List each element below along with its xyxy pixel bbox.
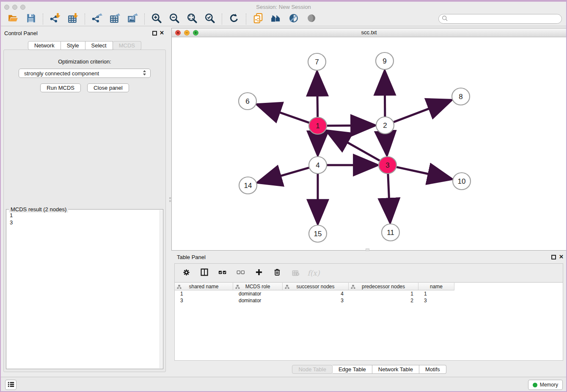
export-table-button[interactable] bbox=[107, 13, 122, 25]
cell-shared-name[interactable]: 3 bbox=[175, 297, 233, 304]
graph-node-1[interactable]: 1 bbox=[309, 117, 327, 134]
svg-text:4: 4 bbox=[316, 161, 319, 169]
graph-node-4[interactable]: 4 bbox=[309, 157, 327, 174]
export-network-icon bbox=[91, 13, 102, 25]
cell-MCDS-role[interactable]: dominator bbox=[233, 297, 283, 304]
mcds-result-group: MCDS result (2 nodes) 1 3 bbox=[6, 209, 163, 369]
column-label: successor nodes bbox=[296, 284, 334, 290]
zoom-fit-button[interactable] bbox=[185, 13, 199, 25]
edge-3-1[interactable] bbox=[327, 131, 381, 161]
zoom-out-button[interactable] bbox=[167, 13, 182, 25]
close-panel-button[interactable]: Close panel bbox=[87, 83, 129, 92]
zoom-selected-button[interactable] bbox=[203, 13, 217, 25]
tab-motifs[interactable]: Motifs bbox=[419, 365, 446, 374]
deselect-all-icon bbox=[237, 268, 245, 278]
graph-node-3[interactable]: 3 bbox=[379, 157, 396, 174]
graph-node-11[interactable]: 11 bbox=[382, 224, 399, 241]
float-table-panel-icon[interactable] bbox=[551, 255, 556, 259]
column-header-predecessor-nodes[interactable]: predecessor nodes bbox=[349, 283, 418, 290]
task-history-button[interactable] bbox=[5, 380, 17, 390]
column-header-name[interactable]: name bbox=[418, 283, 454, 290]
column-header-successor-nodes[interactable]: successor nodes bbox=[283, 283, 349, 290]
export-image-button[interactable] bbox=[125, 13, 140, 25]
network-window-titlebar[interactable]: ✕ − + scc.txt bbox=[172, 28, 566, 37]
open-session-button[interactable] bbox=[6, 13, 20, 25]
graph-node-7[interactable]: 7 bbox=[308, 53, 326, 70]
deselect-all-button[interactable] bbox=[235, 267, 246, 279]
svg-text:8: 8 bbox=[459, 93, 462, 101]
edge-4-14[interactable] bbox=[258, 167, 311, 182]
column-header-shared-name[interactable]: shared name bbox=[175, 283, 233, 290]
graph-node-6[interactable]: 6 bbox=[239, 93, 256, 110]
table-row[interactable]: 1dominator411 bbox=[175, 290, 563, 297]
status-bar: Memory bbox=[0, 377, 567, 392]
close-panel-icon[interactable]: ✕ bbox=[160, 30, 164, 36]
network-canvas[interactable]: 7968124314101511 bbox=[172, 37, 566, 250]
tab-select[interactable]: Select bbox=[85, 41, 113, 50]
hide-selected-button[interactable] bbox=[286, 13, 301, 25]
cell-predecessor-nodes[interactable]: 2 bbox=[349, 297, 418, 304]
graph-node-2[interactable]: 2 bbox=[376, 117, 394, 134]
network-graph[interactable]: 7968124314101511 bbox=[172, 37, 566, 250]
tab-mcds[interactable]: MCDS bbox=[113, 41, 141, 50]
cell-successor-nodes[interactable]: 3 bbox=[283, 297, 349, 304]
memory-button[interactable]: Memory bbox=[528, 380, 563, 390]
zoom-in-button[interactable] bbox=[149, 13, 164, 25]
table-tabs: Node TableEdge TableNetwork TableMotifs bbox=[171, 365, 567, 374]
cell-predecessor-nodes[interactable]: 1 bbox=[349, 290, 418, 297]
toggle-panel-button[interactable] bbox=[199, 267, 210, 279]
graph-node-14[interactable]: 14 bbox=[239, 177, 257, 194]
edge-3-11[interactable] bbox=[388, 173, 390, 222]
float-panel-icon[interactable] bbox=[152, 31, 157, 36]
edge-2-3[interactable] bbox=[385, 133, 387, 155]
toolbar-separator bbox=[222, 14, 222, 25]
column-label: MCDS role bbox=[245, 284, 270, 290]
edge-2-8[interactable] bbox=[392, 100, 451, 123]
graph-node-15[interactable]: 15 bbox=[309, 225, 327, 242]
cell-name[interactable]: 1 bbox=[418, 290, 454, 297]
edge-2-9[interactable] bbox=[385, 72, 385, 118]
import-network-button[interactable] bbox=[48, 13, 62, 25]
delete-column-button[interactable] bbox=[272, 267, 283, 279]
cell-name[interactable]: 3 bbox=[418, 297, 454, 304]
vertical-splitter-grip[interactable] bbox=[169, 197, 171, 205]
graph-node-10[interactable]: 10 bbox=[453, 173, 471, 190]
save-session-button[interactable] bbox=[24, 13, 38, 25]
search-input[interactable] bbox=[438, 14, 562, 24]
close-table-panel-icon[interactable]: ✕ bbox=[559, 254, 564, 260]
export-network-button[interactable] bbox=[90, 13, 104, 25]
control-panel-header: Control Panel ✕ bbox=[0, 29, 169, 38]
edge-3-10[interactable] bbox=[395, 167, 451, 179]
tab-network-table[interactable]: Network Table bbox=[372, 365, 419, 374]
tab-node-table[interactable]: Node Table bbox=[292, 365, 333, 374]
gear-icon bbox=[182, 268, 190, 278]
table-settings-button[interactable] bbox=[181, 267, 192, 279]
add-column-button[interactable] bbox=[253, 267, 264, 279]
edge-1-7[interactable] bbox=[317, 72, 317, 118]
column-header-MCDS-role[interactable]: MCDS role bbox=[233, 283, 283, 290]
graph-node-9[interactable]: 9 bbox=[376, 52, 394, 69]
show-all-button[interactable] bbox=[304, 13, 319, 25]
result-scrollbar[interactable] bbox=[160, 210, 162, 368]
first-neighbors-button[interactable] bbox=[269, 13, 283, 25]
edge-1-2[interactable] bbox=[325, 125, 374, 126]
import-table-button[interactable] bbox=[66, 13, 80, 25]
refresh-button[interactable] bbox=[227, 13, 241, 25]
node-table-card: f(x) shared nameMCDS rolesuccessor nodes… bbox=[174, 263, 563, 361]
tab-style[interactable]: Style bbox=[61, 41, 85, 50]
cell-successor-nodes[interactable]: 4 bbox=[283, 290, 349, 297]
tab-network[interactable]: Network bbox=[28, 41, 61, 50]
table-delete-icon bbox=[292, 268, 300, 278]
tab-edge-table[interactable]: Edge Table bbox=[333, 365, 372, 374]
table-row[interactable]: 3dominator323 bbox=[175, 297, 563, 304]
cell-shared-name[interactable]: 1 bbox=[175, 290, 233, 297]
zoom-out-icon bbox=[169, 13, 180, 25]
cell-MCDS-role[interactable]: dominator bbox=[233, 290, 283, 297]
horizontal-splitter-grip[interactable] bbox=[366, 248, 369, 251]
graph-node-8[interactable]: 8 bbox=[452, 88, 470, 105]
clone-network-button[interactable] bbox=[251, 13, 265, 25]
edge-1-6[interactable] bbox=[258, 105, 311, 123]
select-all-button[interactable] bbox=[217, 267, 228, 279]
run-mcds-button[interactable]: Run MCDS bbox=[40, 83, 81, 92]
optimization-criterion-select[interactable]: strongly connected component bbox=[19, 69, 151, 78]
